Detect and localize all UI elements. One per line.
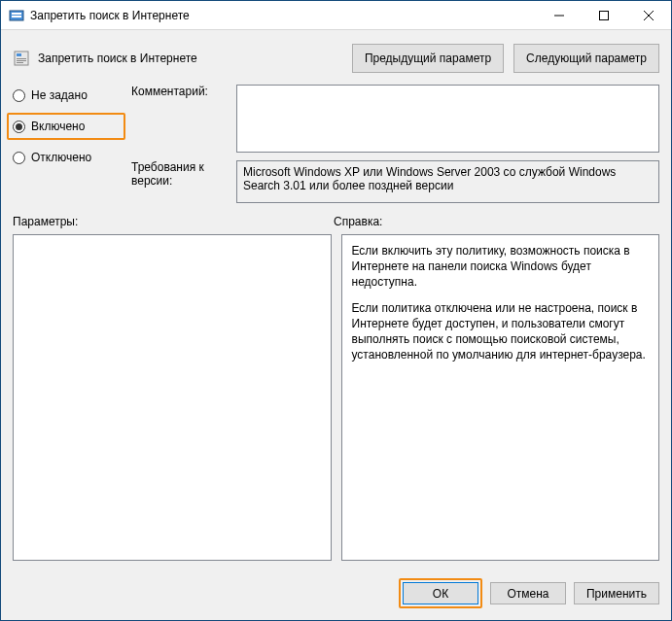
svg-rect-10 bbox=[17, 60, 26, 61]
highlight-ok: ОК bbox=[399, 578, 482, 608]
radio-label: Не задано bbox=[31, 88, 88, 102]
comment-textarea[interactable] bbox=[236, 85, 659, 153]
help-label: Справка: bbox=[334, 215, 382, 228]
dialog-window: Запретить поиск в Интернете bbox=[0, 0, 672, 621]
svg-rect-1 bbox=[12, 13, 21, 15]
radio-label: Отключено bbox=[31, 151, 91, 164]
pane-labels: Параметры: Справка: bbox=[1, 211, 671, 234]
footer-buttons: ОК Отмена Применить bbox=[1, 570, 671, 620]
cancel-button[interactable]: Отмена bbox=[490, 582, 566, 604]
svg-rect-8 bbox=[17, 53, 21, 56]
policy-title: Запретить поиск в Интернете bbox=[38, 52, 352, 65]
radio-icon bbox=[13, 121, 25, 133]
dialog-body: Запретить поиск в Интернете Предыдущий п… bbox=[1, 30, 671, 620]
comment-label: Комментарий: bbox=[131, 85, 229, 153]
window-title: Запретить поиск в Интернете bbox=[30, 9, 537, 22]
radio-icon bbox=[13, 152, 25, 164]
next-setting-button[interactable]: Следующий параметр bbox=[513, 44, 659, 73]
requirements-text: Microsoft Windows XP или Windows Server … bbox=[243, 165, 616, 192]
state-radio-group: Не задано Включено Отключено bbox=[13, 85, 120, 203]
header-row: Запретить поиск в Интернете Предыдущий п… bbox=[1, 30, 671, 85]
apply-button[interactable]: Применить bbox=[574, 582, 659, 604]
ok-button[interactable]: ОК bbox=[403, 582, 478, 604]
highlight-enabled: Включено bbox=[7, 113, 125, 140]
minimize-button[interactable] bbox=[537, 1, 582, 29]
close-button[interactable] bbox=[626, 1, 671, 29]
radio-label: Включено bbox=[31, 120, 85, 133]
help-paragraph: Если политика отключена или не настроена… bbox=[352, 300, 650, 363]
fields-column: Комментарий: Требования к версии: Micros… bbox=[131, 85, 659, 203]
titlebar: Запретить поиск в Интернете bbox=[1, 1, 671, 30]
requirements-label: Требования к версии: bbox=[131, 160, 229, 203]
panes-row: Если включить эту политику, возможность … bbox=[1, 234, 671, 570]
svg-rect-4 bbox=[600, 11, 609, 19]
app-icon bbox=[9, 8, 24, 23]
window-controls bbox=[537, 1, 671, 29]
help-pane: Если включить эту политику, возможность … bbox=[341, 234, 660, 561]
radio-icon bbox=[13, 89, 25, 102]
svg-rect-11 bbox=[17, 62, 23, 63]
parameters-label: Параметры: bbox=[13, 215, 334, 228]
parameters-pane bbox=[13, 234, 332, 561]
previous-setting-button[interactable]: Предыдущий параметр bbox=[352, 44, 504, 73]
policy-icon bbox=[13, 50, 30, 67]
radio-disabled[interactable]: Отключено bbox=[13, 149, 120, 166]
svg-rect-2 bbox=[12, 16, 21, 17]
radio-enabled[interactable]: Включено bbox=[13, 118, 120, 135]
radio-not-configured[interactable]: Не задано bbox=[13, 86, 120, 104]
help-paragraph: Если включить эту политику, возможность … bbox=[352, 243, 650, 291]
mid-section: Не задано Включено Отключено Комментарий… bbox=[1, 85, 671, 211]
svg-rect-9 bbox=[17, 58, 26, 59]
requirements-box: Microsoft Windows XP или Windows Server … bbox=[236, 160, 659, 203]
maximize-button[interactable] bbox=[582, 1, 626, 29]
